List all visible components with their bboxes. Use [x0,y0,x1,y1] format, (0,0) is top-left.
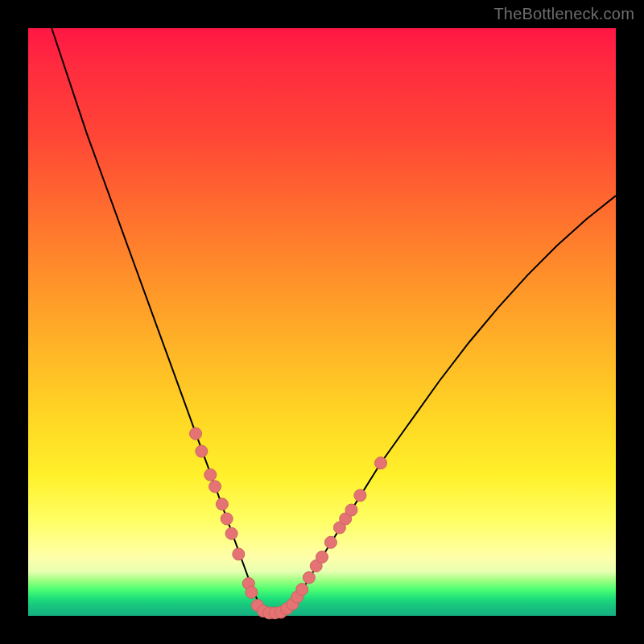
watermark-text: TheBottleneck.com [493,5,634,23]
marker-point [204,469,217,481]
marker-point [303,572,315,584]
chart-frame: TheBottleneck.com [0,0,644,644]
plot-area [28,28,616,616]
marker-point [216,498,228,510]
marker-point [196,445,208,457]
highlight-markers [190,427,387,619]
marker-point [225,527,237,539]
marker-point [345,504,357,516]
marker-point [246,586,258,598]
marker-point [209,481,221,493]
marker-point [316,551,328,564]
marker-point [221,513,233,525]
marker-point [296,584,308,596]
marker-point [375,457,387,469]
marker-point [324,536,336,548]
marker-point [354,489,366,502]
chart-svg [28,28,616,616]
marker-point [233,548,245,560]
marker-point [190,427,202,440]
